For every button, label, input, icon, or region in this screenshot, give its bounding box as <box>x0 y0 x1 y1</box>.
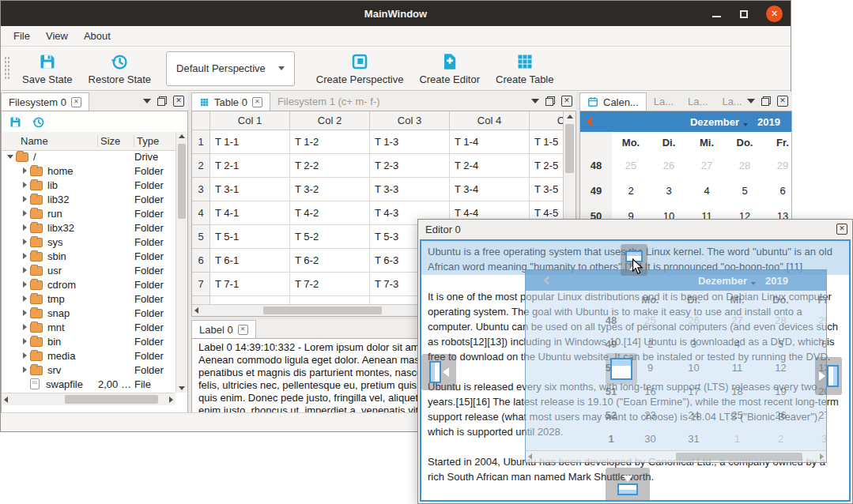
panel-close-button[interactable]: ✕ <box>173 96 184 107</box>
tree-row[interactable]: libFolder <box>2 178 176 192</box>
calendar-day[interactable]: 26 <box>650 160 688 171</box>
calendar-day[interactable]: 4 <box>688 185 726 197</box>
panel-close-button[interactable]: ✕ <box>777 96 788 107</box>
scrollbar-thumb[interactable] <box>178 144 186 219</box>
dock-indicator-left[interactable] <box>421 354 456 390</box>
row-header[interactable]: 6 <box>192 249 210 273</box>
table-cell[interactable]: T 4-1 <box>210 201 290 225</box>
table-cell[interactable]: T 5-2 <box>290 225 370 249</box>
table-column-header[interactable]: Col 2 <box>290 111 370 130</box>
expander-icon[interactable] <box>19 352 30 359</box>
table-column-header[interactable]: Col 5 <box>530 111 563 130</box>
previous-month-icon[interactable] <box>587 117 595 126</box>
table-column-header[interactable]: Col 3 <box>370 111 450 130</box>
expander-icon[interactable] <box>19 182 30 188</box>
create-editor-button[interactable]: Create Editor <box>412 49 487 88</box>
tree-row[interactable]: 01swapfile2,00 …File <box>2 377 176 391</box>
calendar-day[interactable]: 28 <box>726 160 764 171</box>
row-header[interactable]: 8 <box>192 296 210 304</box>
row-header[interactable]: 2 <box>192 154 210 178</box>
scroll-left-icon[interactable] <box>194 305 198 316</box>
row-header[interactable]: 7 <box>192 273 210 296</box>
expander-icon[interactable] <box>19 367 30 373</box>
month-dropdown-icon[interactable] <box>743 123 748 126</box>
expander-icon[interactable] <box>19 167 30 174</box>
table-cell[interactable]: T 1-3 <box>370 130 450 154</box>
calendar-day[interactable]: 25 <box>612 160 650 171</box>
tree-row[interactable]: runFolder <box>2 206 176 220</box>
expander-icon[interactable] <box>19 310 30 316</box>
restore-icon[interactable] <box>32 115 45 129</box>
table-cell[interactable]: T 8-1 <box>210 296 290 304</box>
save-state-button[interactable]: Save State <box>15 49 80 88</box>
table-cell[interactable]: T 1-2 <box>290 130 370 154</box>
tree-row[interactable]: /Drive <box>2 149 176 164</box>
scroll-right-icon[interactable] <box>169 393 173 405</box>
calendar-day[interactable]: 29 <box>764 160 802 171</box>
table-cell[interactable]: T 2-4 <box>450 154 530 178</box>
table-cell[interactable]: T 1-5 <box>530 130 563 154</box>
tree-row[interactable]: mediaFolder <box>2 348 176 363</box>
expander-icon[interactable] <box>19 196 30 202</box>
horizontal-scrollbar[interactable] <box>2 393 176 405</box>
calendar-day[interactable]: 27 <box>688 160 726 171</box>
expander-icon[interactable] <box>19 224 30 231</box>
scroll-up-icon[interactable] <box>176 134 187 138</box>
tab-calendar[interactable]: Calen... <box>579 92 647 111</box>
create-table-button[interactable]: Create Table <box>489 49 560 88</box>
editor-content[interactable]: Ubuntu is a free operating system that u… <box>420 239 851 502</box>
save-icon[interactable] <box>9 115 22 129</box>
calendar-month[interactable]: Dezember <box>690 116 739 128</box>
calendar-day[interactable]: 2 <box>612 185 650 197</box>
panel-menu-button[interactable] <box>143 99 151 103</box>
expander-icon[interactable] <box>19 281 30 288</box>
scroll-down-icon[interactable] <box>176 386 187 390</box>
row-header[interactable]: 1 <box>192 130 210 154</box>
tree-row[interactable]: srvFolder <box>2 363 176 377</box>
calendar-day[interactable]: 3 <box>650 185 688 197</box>
table-cell[interactable]: T 1-1 <box>210 130 290 154</box>
tree-row[interactable]: usrFolder <box>2 263 176 277</box>
table-cell[interactable]: T 6-1 <box>210 249 290 273</box>
calendar-day[interactable]: 5 <box>726 185 764 197</box>
calendar-day[interactable]: 6 <box>764 185 802 197</box>
editor-close-button[interactable]: ✕ <box>836 224 847 235</box>
tab-close-icon[interactable]: ✕ <box>252 97 262 107</box>
panel-menu-button[interactable] <box>531 99 539 103</box>
dock-indicator-right[interactable] <box>815 357 842 395</box>
expander-icon[interactable] <box>19 324 30 330</box>
table-cell[interactable]: T 8-2 <box>290 296 370 304</box>
scroll-left-icon[interactable] <box>4 393 8 405</box>
panel-float-button[interactable] <box>157 96 167 106</box>
table-cell[interactable]: T 3-2 <box>290 178 370 201</box>
tree-row[interactable]: libx32Folder <box>2 220 176 235</box>
table-cell[interactable]: T 3-4 <box>450 178 530 201</box>
scroll-up-icon[interactable] <box>564 115 576 118</box>
table-cell[interactable]: T 1-4 <box>450 130 530 154</box>
table-cell[interactable]: T 7-2 <box>290 273 370 296</box>
scrollbar-thumb[interactable] <box>65 395 158 404</box>
column-header-size[interactable]: Size <box>98 135 134 147</box>
expander-icon[interactable] <box>19 239 30 245</box>
table-cell[interactable]: T 3-3 <box>370 178 450 201</box>
expander-icon[interactable] <box>19 267 30 273</box>
column-header-type[interactable]: Type <box>134 135 176 147</box>
table-cell[interactable]: T 7-1 <box>210 273 290 296</box>
create-perspective-button[interactable]: Create Perspective <box>309 49 411 88</box>
table-cell[interactable]: T 5-1 <box>210 225 290 249</box>
tree-row[interactable]: sbinFolder <box>2 249 176 263</box>
menu-item-view[interactable]: View <box>38 28 76 44</box>
menu-item-file[interactable]: File <box>6 28 38 44</box>
table-cell[interactable]: T 2-5 <box>530 154 563 178</box>
vertical-scrollbar[interactable] <box>176 132 187 393</box>
table-cell[interactable]: T 4-2 <box>290 201 370 225</box>
tab-label-0[interactable]: Label 0 ✕ <box>191 320 256 338</box>
tree-row[interactable]: lib32Folder <box>2 192 176 206</box>
panel-float-button[interactable] <box>545 96 555 106</box>
tree-row[interactable]: snapFolder <box>2 306 176 320</box>
row-header[interactable]: 5 <box>192 225 210 249</box>
dock-indicator-bottom[interactable] <box>606 468 650 502</box>
menu-item-about[interactable]: About <box>76 28 119 44</box>
table-cell[interactable]: T 3-5 <box>530 178 563 201</box>
scrollbar-thumb[interactable] <box>263 307 382 314</box>
